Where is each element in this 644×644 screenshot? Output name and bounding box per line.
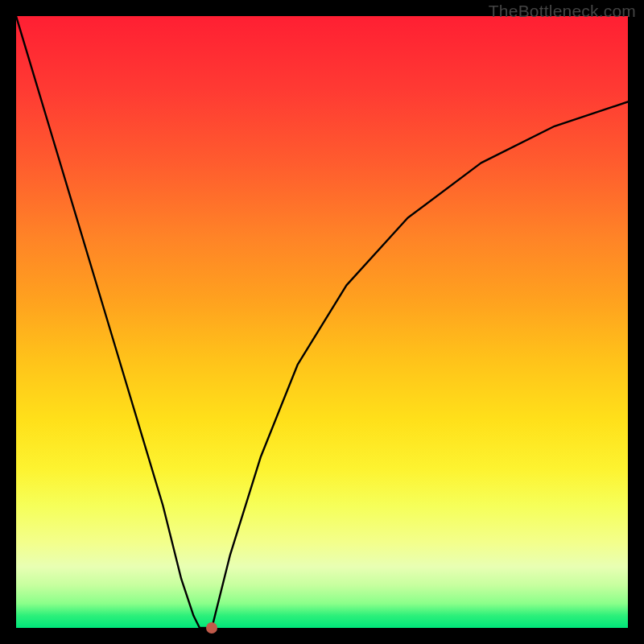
watermark-label: TheBottleneck.com [489,2,636,21]
curve-path [16,16,628,628]
chart-frame: TheBottleneck.com [0,0,644,644]
plot-area [16,16,628,628]
bottleneck-curve [16,16,628,628]
optimal-point-marker [206,622,217,634]
